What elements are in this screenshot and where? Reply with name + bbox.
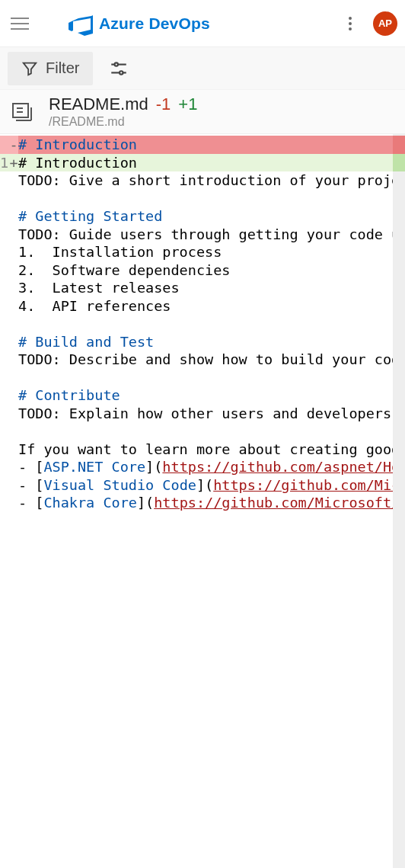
code-line: # Contribute (0, 386, 393, 405)
line-number (0, 369, 9, 387)
line-text: - [Chakra Core](https://github.com/Micro… (18, 494, 393, 512)
filter-button[interactable]: Filter (8, 52, 93, 85)
line-text: # Introduction (18, 136, 393, 154)
diff-glyph (9, 243, 18, 261)
line-text: 4. API references (18, 297, 393, 315)
diff-glyph (9, 207, 18, 226)
filter-button-label: Filter (46, 59, 79, 77)
diff-glyph (9, 386, 18, 405)
line-number (0, 333, 9, 351)
line-text: # Contribute (18, 386, 393, 405)
diff-additions-count: +1 (178, 94, 197, 115)
line-number (0, 226, 9, 244)
file-header: README.md -1 +1 /README.md (0, 90, 405, 134)
diff-overview-gutter[interactable] (393, 134, 405, 868)
code-line: TODO: Guide users through getting your c… (0, 226, 393, 244)
code-line: If you want to learn more about creating… (0, 440, 393, 459)
more-menu-icon[interactable] (341, 14, 359, 33)
line-text: # Introduction (18, 154, 393, 172)
diff-settings-button[interactable] (102, 52, 136, 85)
file-name: README.md (49, 94, 148, 115)
diff-glyph (9, 297, 18, 315)
code-line: -# Introduction (0, 136, 393, 154)
line-number (0, 315, 9, 333)
top-header: Azure DevOps AP (0, 0, 405, 47)
line-number (0, 279, 9, 297)
code-line: # Build and Test (0, 333, 393, 351)
code-line (0, 422, 393, 440)
line-number (0, 243, 9, 261)
code-line: 1. Installation process (0, 243, 393, 261)
line-text: # Getting Started (18, 207, 393, 226)
line-number (0, 190, 9, 208)
diff-glyph (9, 351, 18, 369)
svg-point-3 (120, 71, 123, 74)
line-number (0, 494, 9, 512)
diff-glyph (9, 190, 18, 208)
diff-glyph (9, 261, 18, 280)
line-text: TODO: Give a short introduction of your … (18, 171, 393, 190)
line-text: 2. Software dependencies (18, 261, 393, 280)
line-text: 1. Installation process (18, 243, 393, 261)
diff-code-pane[interactable]: -# Introduction1+# Introduction TODO: Gi… (0, 134, 393, 868)
diff-glyph: - (9, 136, 18, 154)
code-line: TODO: Explain how other users and develo… (0, 405, 393, 423)
line-text: TODO: Explain how other users and develo… (18, 405, 393, 423)
line-text: 3. Latest releases (18, 279, 393, 297)
code-line: # Getting Started (0, 207, 393, 226)
svg-rect-4 (13, 104, 28, 117)
line-number (0, 440, 9, 459)
diff-glyph (9, 279, 18, 297)
gutter-mark-added (393, 154, 405, 172)
diff-glyph (9, 171, 18, 190)
hamburger-menu-icon[interactable] (11, 13, 32, 34)
line-number (0, 297, 9, 315)
line-number (0, 458, 9, 476)
line-text: TODO: Describe and show how to build you… (18, 351, 393, 369)
line-number (0, 207, 9, 226)
diff-glyph (9, 369, 18, 387)
line-text: # Build and Test (18, 333, 393, 351)
code-line (0, 315, 393, 333)
code-line (0, 190, 393, 208)
diff-toolbar: Filter (0, 47, 405, 90)
code-line: 1+# Introduction (0, 154, 393, 172)
code-line: 4. API references (0, 297, 393, 315)
line-number (0, 405, 9, 423)
diff-deletions-count: -1 (156, 94, 171, 115)
line-number (0, 171, 9, 190)
avatar[interactable]: AP (373, 11, 397, 36)
funnel-icon (21, 60, 38, 77)
code-line: TODO: Describe and show how to build you… (0, 351, 393, 369)
line-text: - [Visual Studio Code](https://github.co… (18, 476, 393, 495)
line-text: TODO: Guide users through getting your c… (18, 226, 393, 244)
code-line: - [Chakra Core](https://github.com/Micro… (0, 494, 393, 512)
diff-glyph (9, 458, 18, 476)
brand[interactable]: Azure DevOps (69, 11, 210, 36)
file-path: /README.md (49, 114, 197, 130)
code-line (0, 369, 393, 387)
line-number (0, 476, 9, 495)
diff-glyph (9, 226, 18, 244)
diff-glyph (9, 422, 18, 440)
line-number (0, 261, 9, 280)
sliders-icon (109, 59, 129, 78)
diff-glyph (9, 440, 18, 459)
line-number (0, 386, 9, 405)
code-line: - [ASP.NET Core](https://github.com/aspn… (0, 458, 393, 476)
line-number (0, 351, 9, 369)
line-number (0, 422, 9, 440)
diff-glyph: + (9, 154, 18, 172)
diff-glyph (9, 333, 18, 351)
diff-glyph (9, 315, 18, 333)
line-number: 1 (0, 154, 9, 172)
code-line: 3. Latest releases (0, 279, 393, 297)
line-number (0, 136, 9, 154)
line-text: If you want to learn more about creating… (18, 440, 393, 459)
code-line: - [Visual Studio Code](https://github.co… (0, 476, 393, 495)
gutter-mark-deleted (393, 136, 405, 154)
azure-devops-logo-icon (69, 11, 93, 36)
svg-point-1 (115, 62, 118, 66)
file-diff-icon (11, 100, 35, 124)
line-text (18, 422, 393, 440)
